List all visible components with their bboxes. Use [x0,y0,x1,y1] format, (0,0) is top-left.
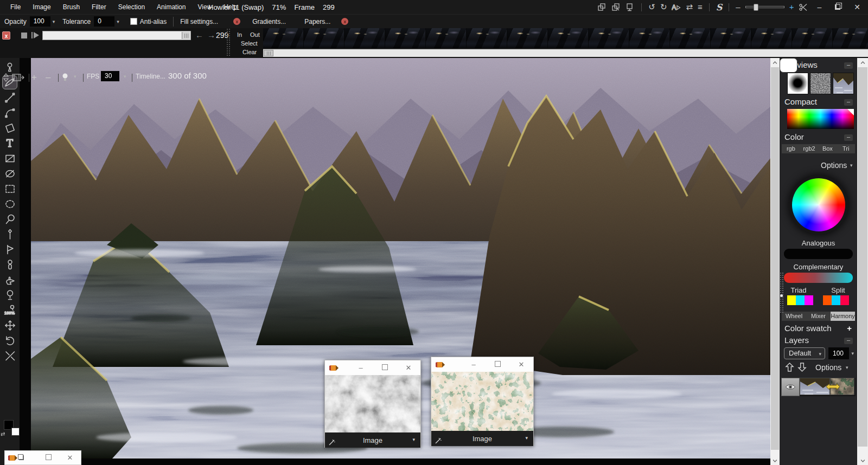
scroll-up-icon[interactable] [857,58,868,67]
filmstrip-icon[interactable] [12,73,25,82]
papers-button[interactable]: Papers... [304,18,330,25]
window-close-button[interactable]: ✕ [509,360,533,369]
undo-icon[interactable]: ↺ [648,0,655,14]
tab-tri[interactable]: Tri [837,144,855,153]
tab-box[interactable]: Box [819,144,837,153]
select-button[interactable]: Select [241,40,258,47]
filmstrip-frame[interactable] [792,28,832,48]
layer-opacity-input[interactable]: 100 [828,347,849,359]
scroll-thumb[interactable] [771,67,779,450]
filmstrip-frame[interactable] [629,28,669,48]
apply-swap-icon[interactable] [626,3,635,12]
filmstrip-frame[interactable] [263,28,303,48]
image-source-caret-icon[interactable]: ▾ [410,437,417,442]
timeline-filmstrip[interactable] [263,28,868,48]
image-source-caret-icon[interactable]: ▾ [523,435,530,441]
add-frame-icon[interactable]: + [31,70,37,85]
clouds-texture-image[interactable] [325,375,420,432]
antialias-checkbox[interactable] [130,18,137,25]
camo-texture-image[interactable] [431,372,533,431]
panel-splitter[interactable] [780,272,783,313]
fps-dropdown-icon[interactable]: ▾ [122,74,129,79]
scroll-down-icon[interactable] [857,456,868,465]
in-button[interactable]: In [237,31,242,38]
opacity-dropdown-icon[interactable]: ▾ [50,19,58,24]
texture-window-clouds[interactable]: – ✕ Image ▾ [324,360,421,448]
window-titlebar[interactable]: – ✕ [325,360,420,375]
window-maximize-button[interactable] [37,454,59,462]
panel-splitter-knob[interactable] [780,294,783,297]
layer-row[interactable] [781,378,856,396]
paper-preview[interactable] [810,73,831,94]
remove-frame-icon[interactable]: – [46,70,50,85]
tool-pan-hand[interactable] [2,273,17,287]
fps-input[interactable]: 30 [101,71,119,81]
restore-button[interactable] [835,4,840,10]
layer-options-button[interactable]: Options [815,363,841,372]
scrubber-thumb[interactable] [182,32,190,39]
paste-from-swap-icon[interactable] [611,3,621,12]
slider-minus-icon[interactable]: – [736,0,740,14]
wand-icon[interactable] [435,437,442,444]
next-frame-icon[interactable]: → [207,30,215,40]
secondary-color-swatch[interactable] [780,58,797,73]
close-button[interactable]: ✕ [850,3,865,11]
menu-filter[interactable]: Filter [86,0,112,14]
scroll-down-icon[interactable] [770,456,780,465]
complementary-bar[interactable] [784,273,853,283]
slider-track[interactable] [745,6,784,8]
color-wheel[interactable] [792,178,845,231]
prev-frame-icon[interactable]: ← [195,30,203,40]
menu-file[interactable]: File [4,0,27,14]
tool-pin-marker[interactable] [2,227,17,241]
swap-colors-icon[interactable]: ⇄ [1,431,5,437]
frame-scrubber[interactable] [42,31,191,40]
tab-mixer[interactable]: Mixer [806,312,831,321]
tool-line[interactable] [2,91,17,105]
tab-harmony[interactable]: Harmony [831,312,855,321]
tool-lasso-zoom[interactable] [2,212,17,226]
layer-up-button[interactable] [785,362,794,374]
color-options-caret-icon[interactable]: ▾ [848,163,855,168]
analogous-bar[interactable] [784,249,853,259]
script-icon[interactable]: S [716,2,723,12]
filmstrip-frame[interactable] [548,28,588,48]
swap-buffers-icon[interactable]: ⇄ [686,0,693,14]
filmstrip-frame[interactable] [304,28,344,48]
tool-clone-capsule[interactable] [2,257,17,272]
text-play-icon[interactable]: A [672,3,681,12]
layer-opacity-caret-icon[interactable]: ▾ [849,351,856,356]
play-icon[interactable] [31,31,40,39]
tolerance-input[interactable]: 0 [94,16,114,27]
panel-scrollbar[interactable] [857,58,868,465]
tab-rgb[interactable]: rgb [782,144,800,153]
tool-picker-pin[interactable] [2,60,17,74]
tool-magnify[interactable] [2,288,17,302]
image-source-label[interactable]: Image [431,435,533,443]
list-icon[interactable]: ≡ [698,0,703,14]
scroll-thumb[interactable] [858,67,867,447]
copy-to-swap-icon[interactable] [597,3,607,12]
window-minimize-button[interactable]: – [462,360,486,369]
layer-options-caret-icon[interactable]: ▾ [844,365,851,370]
slider-plus-icon[interactable]: + [789,0,794,14]
tool-move[interactable] [2,318,17,332]
lightbulb-dropdown-icon[interactable]: ▾ [72,74,79,79]
texture-window-camo[interactable]: – ✕ Image ▾ [431,357,534,446]
tool-rotate[interactable] [2,333,17,347]
filmstrip-frame[interactable] [711,28,751,48]
layer-visibility-cell[interactable] [781,378,800,396]
stop-button[interactable] [21,33,27,38]
window-titlebar[interactable]: – ✕ [431,357,533,372]
fill-settings-badge-icon[interactable]: x [233,18,240,25]
menu-selection[interactable]: Selection [112,0,151,14]
tolerance-dropdown-icon[interactable]: ▾ [114,19,122,24]
split-swatch[interactable] [823,295,832,305]
tool-gradient-fill[interactable] [2,121,17,135]
filmstrip-scrollbar[interactable] [263,49,868,57]
minimize-button[interactable]: – [813,3,826,11]
redo-icon[interactable]: ↻ [660,0,667,14]
menu-image[interactable]: Image [27,0,56,14]
scroll-up-icon[interactable] [770,58,780,67]
clear-button[interactable]: Clear [242,49,257,55]
